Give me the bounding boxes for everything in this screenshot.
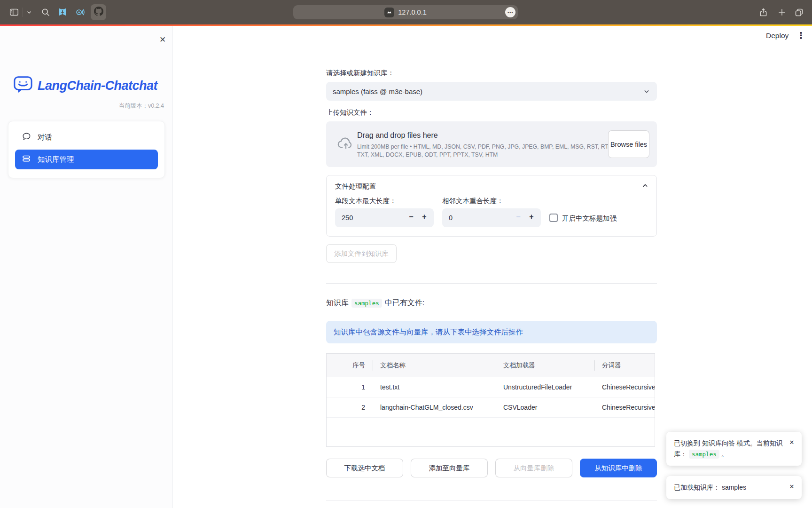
sidebar-item-label: 知识库管理 bbox=[38, 155, 74, 165]
browser-toolbar: 127.0.0.1 ⋯ bbox=[0, 0, 812, 24]
share-icon[interactable] bbox=[757, 7, 769, 18]
divider bbox=[326, 283, 657, 284]
active-tab[interactable] bbox=[91, 4, 106, 20]
max-length-value: 250 bbox=[342, 214, 353, 222]
browse-files-button[interactable]: Browse files bbox=[608, 130, 649, 158]
dropzone-limits: Limit 200MB per file • HTML, MD, JSON, C… bbox=[357, 143, 613, 159]
toast-close-icon[interactable]: ✕ bbox=[787, 482, 796, 491]
version-label: 当前版本：v0.2.4 bbox=[118, 102, 164, 110]
max-length-input[interactable]: 250 − + bbox=[335, 208, 434, 227]
overlap-plus-button[interactable]: + bbox=[527, 213, 536, 221]
page-settings-icon[interactable]: ⋯ bbox=[505, 7, 515, 17]
chat-smiley-logo-icon bbox=[13, 75, 33, 96]
pinned-tab-bookmark-icon[interactable] bbox=[57, 7, 68, 18]
expander-title: 文件处理配置 bbox=[335, 182, 376, 191]
address-bar[interactable]: 127.0.0.1 ⋯ bbox=[293, 5, 518, 19]
sidebar: ✕ LangChain-Chatchat 当前版本：v0.2.4 对话 知识库管… bbox=[0, 26, 173, 508]
dropzone-title: Drag and drop files here bbox=[357, 131, 438, 140]
max-length-minus-button[interactable]: − bbox=[406, 213, 416, 221]
kb-select[interactable]: samples (faiss @ m3e-base) bbox=[326, 82, 657, 101]
delete-from-vectorstore-button[interactable]: 从向量库删除 bbox=[495, 459, 572, 477]
site-favicon bbox=[384, 8, 394, 17]
sidebar-item-label: 对话 bbox=[38, 133, 52, 143]
search-icon[interactable] bbox=[40, 7, 51, 18]
expander-chevron-up-icon[interactable] bbox=[640, 181, 650, 192]
table-header-loader[interactable]: 文档加载器 bbox=[496, 361, 594, 370]
url-text: 127.0.0.1 bbox=[398, 8, 426, 16]
overlap-input[interactable]: 0 − + bbox=[442, 208, 541, 227]
table-row[interactable]: 2 langchain-ChatGLM_closed.csv CSVLoader… bbox=[327, 397, 655, 418]
delete-from-kb-button[interactable]: 从知识库中删除 bbox=[580, 459, 657, 477]
kb-stack-icon bbox=[22, 154, 31, 165]
sidebar-close-icon[interactable]: ✕ bbox=[157, 34, 168, 45]
overlap-minus-button[interactable]: − bbox=[514, 213, 523, 221]
kb-select-value: samples (faiss @ m3e-base) bbox=[333, 87, 422, 95]
toolbar-divider bbox=[23, 8, 23, 17]
header-separator bbox=[594, 360, 595, 371]
select-chevron-down-icon bbox=[642, 87, 651, 97]
zh-title-enhance-label: 开启中文标题加强 bbox=[562, 214, 617, 223]
table-header-splitter[interactable]: 分词器 bbox=[594, 361, 655, 370]
toast-mode-switched: 已切换到 知识库问答 模式。当前知识库：samples。 ✕ bbox=[666, 432, 802, 466]
sidebar-menu: 对话 知识库管理 bbox=[8, 121, 165, 178]
max-length-label: 单段文本最大长度： bbox=[335, 197, 397, 206]
overlap-label: 相邻文本重合长度： bbox=[442, 197, 504, 206]
toast-kb-loaded: 已加载知识库： samples ✕ bbox=[666, 476, 802, 499]
table-header-row: 序号 文档名称 文档加载器 分词器 bbox=[327, 354, 655, 377]
main-menu-icon[interactable]: ⋮ bbox=[796, 30, 805, 41]
app-logo-text: LangChain-Chatchat bbox=[38, 79, 157, 93]
kb-name-code: samples bbox=[351, 299, 382, 308]
new-tab-icon[interactable] bbox=[776, 7, 788, 18]
file-dropzone[interactable]: Drag and drop files here Limit 200MB per… bbox=[326, 121, 657, 167]
sidebar-item-dialogue[interactable]: 对话 bbox=[15, 127, 158, 147]
overlap-value: 0 bbox=[449, 214, 453, 222]
chevron-down-icon[interactable] bbox=[23, 7, 35, 18]
table-header-index[interactable]: 序号 bbox=[327, 361, 373, 370]
cloud-upload-icon bbox=[337, 135, 354, 154]
files-table: 序号 文档名称 文档加载器 分词器 1 test.txt Unstructure… bbox=[326, 353, 655, 447]
kb-name-code: samples bbox=[689, 450, 719, 459]
github-icon bbox=[94, 7, 103, 18]
screen: 127.0.0.1 ⋯ ✕ LangChain-Chatchat 当前版本：v0… bbox=[0, 0, 812, 508]
table-row[interactable]: 1 test.txt UnstructuredFileLoader Chines… bbox=[327, 377, 655, 397]
max-length-plus-button[interactable]: + bbox=[420, 213, 429, 221]
add-files-button[interactable]: 添加文件到知识库 bbox=[326, 244, 397, 263]
toast-close-icon[interactable]: ✕ bbox=[787, 437, 796, 447]
upload-label: 上传知识文件： bbox=[326, 108, 374, 117]
download-selected-button[interactable]: 下载选中文档 bbox=[326, 459, 403, 477]
kb-files-heading: 知识库 samples 中已有文件: bbox=[326, 298, 424, 308]
table-actions: 下载选中文档 添加至向量库 从向量库删除 从知识库中删除 bbox=[326, 459, 657, 477]
sidebar-toggle-icon[interactable] bbox=[8, 7, 20, 18]
app-logo: LangChain-Chatchat bbox=[13, 75, 157, 96]
add-to-vectorstore-button[interactable]: 添加至向量库 bbox=[411, 459, 488, 477]
header-separator bbox=[373, 360, 373, 371]
pinned-tab-star-icon[interactable] bbox=[74, 7, 86, 18]
table-header-docname[interactable]: 文档名称 bbox=[373, 361, 496, 370]
deploy-button[interactable]: Deploy bbox=[766, 32, 789, 40]
sidebar-item-kb-management[interactable]: 知识库管理 bbox=[15, 150, 158, 169]
file-config-expander: 文件处理配置 单段文本最大长度： 相邻文本重合长度： 250 − + 0 − +… bbox=[326, 175, 657, 237]
tab-overview-icon[interactable] bbox=[793, 7, 804, 18]
zh-title-enhance-checkbox[interactable] bbox=[549, 214, 558, 222]
chat-bubble-icon bbox=[22, 132, 31, 143]
divider bbox=[326, 500, 657, 500]
kb-select-label: 请选择或新建知识库： bbox=[326, 69, 394, 78]
header-separator bbox=[496, 360, 496, 371]
info-banner: 知识库中包含源文件与向量库，请从下表中选择文件后操作 bbox=[326, 321, 657, 343]
